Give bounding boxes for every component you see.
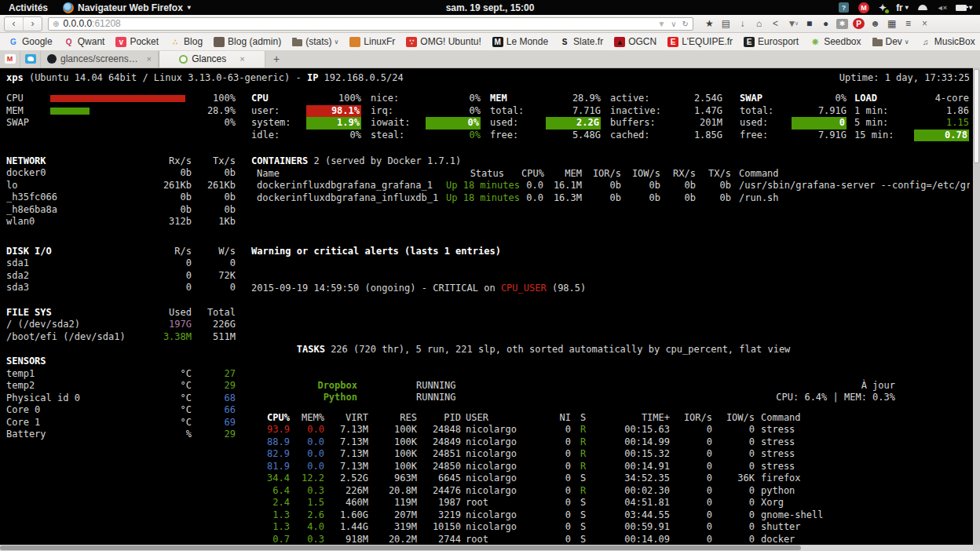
bookmark-item[interactable]: LinuxFr [349, 36, 395, 47]
vertical-scrollbar[interactable] [973, 68, 980, 545]
alert-target: CPU_USER [501, 283, 547, 294]
bookmark-item[interactable]: ▲ OGCN [614, 36, 656, 47]
stat-value: 2.54G [694, 93, 722, 105]
glances-page: xps (Ubuntu 14.04 64bit / Linux 3.13.0-6… [0, 68, 980, 551]
stat-value: 0% [836, 93, 847, 105]
bookmark-star-icon[interactable]: ★ [704, 18, 715, 30]
volume-muted-icon[interactable]: ◄× [937, 4, 946, 12]
stat-row: SWAP0% [740, 93, 847, 105]
wifi-indicator[interactable] [918, 5, 927, 10]
column-header[interactable]: VIRT [324, 412, 368, 425]
disk-name: sda2 [6, 270, 143, 283]
bookmark-item[interactable]: v Pocket [115, 36, 159, 47]
column-header[interactable]: IOR/s [670, 412, 712, 425]
process-row: 1.3 4.0 1.44G 319M 10150 nicolargo 0 S 0… [251, 521, 970, 534]
stat-value: 98.1% [306, 105, 361, 118]
mega-indicator-icon[interactable]: M [858, 2, 869, 13]
column-header: RX/s [660, 168, 696, 181]
bookmark-item[interactable]: S Slate.fr [559, 36, 603, 47]
software-update-icon[interactable]: ✦ [879, 3, 887, 13]
reading-list-icon[interactable]: ▤ [720, 18, 732, 30]
stack-icon[interactable]: ▦ [886, 18, 898, 30]
ublock-icon[interactable]: ■ [803, 18, 815, 30]
reload-icon[interactable]: ↻ [682, 20, 689, 28]
bookmark-item[interactable]: ♫ MusicBox [920, 36, 975, 47]
sort-column-command[interactable]: Command [761, 412, 970, 425]
new-tab-button[interactable]: + [265, 50, 287, 68]
addon-box-icon[interactable]: ✱ [836, 19, 848, 29]
horizontal-scrollbar-thumb[interactable] [0, 546, 801, 550]
process-virt: 7.13M [324, 436, 368, 449]
activities-button[interactable]: Activités [0, 0, 57, 15]
section-title: FILE SYS [6, 307, 143, 319]
column-header[interactable]: PID [417, 412, 461, 425]
tab-github-glances[interactable]: glances/screenshot-w... × [41, 50, 159, 68]
stat-row: user:98.1% [251, 105, 361, 118]
url-bar[interactable]: ⊕ 0.0.0.0 :61208 ▼∨↻ [48, 17, 693, 31]
site-identity-icon[interactable]: ⊕ [53, 20, 59, 28]
urlbar-dropdown-icon[interactable]: ∨ [671, 20, 676, 28]
close-icon[interactable]: × [919, 18, 931, 30]
process-time: 00:15.32 [591, 448, 670, 461]
bookmark-item[interactable]: ❋ Seedbox [810, 36, 861, 47]
home-icon[interactable]: ⌂ [753, 18, 765, 30]
process-cpu: 93.9 [251, 424, 290, 436]
sort-column-mem[interactable]: MEM% [290, 412, 324, 425]
column-header: MEM [543, 168, 582, 181]
tab-close-icon[interactable]: × [240, 54, 244, 64]
forward-button[interactable]: › [23, 17, 42, 31]
tab-close-icon[interactable]: × [147, 54, 152, 64]
process-pid: 2744 [417, 534, 461, 546]
bookmark-item[interactable]: G Google [8, 36, 53, 47]
pinterest-icon[interactable]: P [853, 18, 865, 29]
bookmark-item[interactable]: ∵ OMG! Ubuntu! [406, 36, 481, 47]
process-mem: 0.3 [290, 485, 324, 498]
app-menu-button[interactable]: Navigateur Web Firefox ▾ [57, 0, 197, 15]
url-host: 0.0.0.0 [63, 18, 92, 29]
sort-column-user[interactable]: USER [466, 412, 558, 425]
horizontal-scrollbar[interactable] [0, 545, 973, 551]
process-ior: 0 [670, 473, 712, 485]
sort-column-cpu[interactable]: CPU% [251, 412, 290, 425]
bookmark-item[interactable]: (stats) ∨ [292, 36, 338, 47]
bookmark-favicon [292, 39, 302, 46]
process-user: nicolargo [466, 424, 558, 436]
pinned-tab-twitter[interactable] [20, 50, 41, 68]
share-icon[interactable]: < [770, 18, 781, 30]
sensors-header: SENSORS [6, 356, 236, 368]
write-value: 0 [192, 282, 236, 294]
help-indicator-icon[interactable]: ? [839, 2, 849, 13]
sort-column-time[interactable]: TIME+ [591, 412, 670, 425]
column-header[interactable]: IOW/s [712, 412, 755, 425]
bookmark-item[interactable]: ∴ Blog [170, 36, 203, 47]
column-header: IOW/s [621, 168, 660, 181]
pinned-tab-gmail[interactable]: M [0, 50, 20, 68]
column-header[interactable]: RES [368, 412, 417, 425]
bookmark-item[interactable]: M Le Monde [492, 36, 548, 47]
chevron-down-icon: ∨ [334, 38, 338, 46]
menu-icon[interactable]: ≡ [902, 18, 914, 30]
stat-value: 4-core [935, 93, 969, 105]
alert-value: (98.5) [547, 283, 587, 294]
bookmark-item[interactable]: Blog (admin) [214, 36, 281, 47]
stat-value: 0% [426, 117, 481, 130]
bookmark-favicon: M [492, 37, 503, 47]
bookmark-item[interactable]: E L'EQUIPE.fr [667, 36, 733, 47]
bookmark-item[interactable]: Q Qwant [64, 36, 105, 47]
bookmark-item[interactable]: Dev ∨ [872, 36, 909, 47]
sensor-row: Battery % 29 [6, 429, 236, 441]
vertical-scrollbar-thumb[interactable] [974, 69, 979, 163]
ghostery-icon[interactable]: ● [820, 18, 832, 30]
chat-icon[interactable]: ☻ [869, 18, 881, 30]
interface-name: wlan0 [6, 216, 143, 228]
process-cpu: 0.7 [251, 534, 290, 546]
battery-indicator[interactable]: ▾ [956, 4, 972, 11]
bookmark-item[interactable]: E Eurosport [744, 36, 799, 47]
back-button[interactable]: ‹ [5, 17, 23, 31]
process-iow: 36K [712, 473, 755, 485]
network-row: _h8e6ba8a 0b 0b [6, 204, 236, 217]
download-icon[interactable]: ↓ [737, 18, 748, 30]
keyboard-layout-indicator[interactable]: fr▾ [896, 2, 909, 13]
pocket-save-icon[interactable]: ▼ [657, 20, 665, 28]
tab-glances-active[interactable]: Glances × [159, 50, 265, 68]
